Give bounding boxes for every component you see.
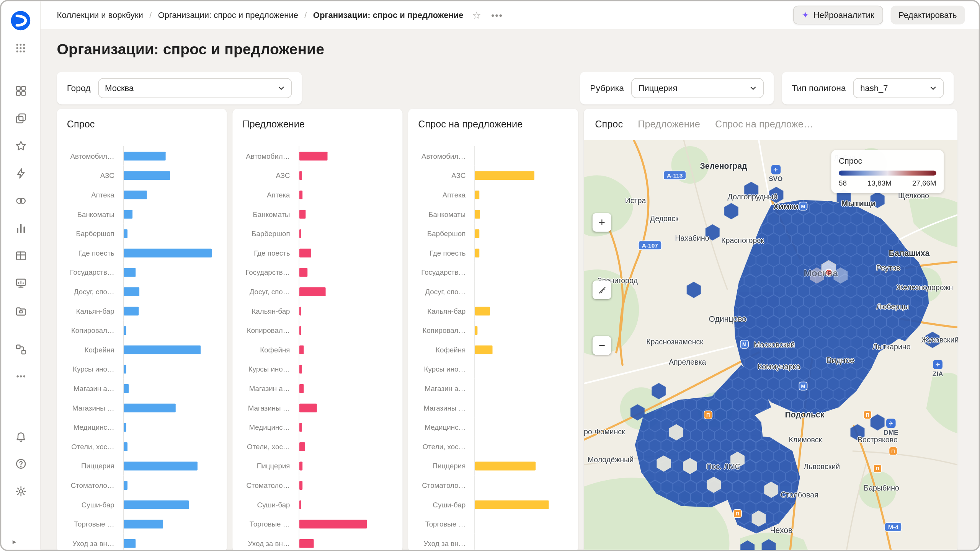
breadcrumb-workbook[interactable]: Организации: спрос и предложение bbox=[158, 10, 298, 20]
bar[interactable] bbox=[475, 326, 478, 334]
bar[interactable] bbox=[124, 306, 139, 315]
notifications-icon[interactable] bbox=[12, 428, 29, 445]
bar[interactable] bbox=[124, 442, 127, 451]
bar[interactable] bbox=[299, 442, 305, 451]
bar[interactable] bbox=[299, 539, 314, 548]
bar[interactable] bbox=[299, 210, 305, 218]
bar[interactable] bbox=[299, 384, 304, 393]
bar-chart-supply: Автомобил…АЗСАптекаБанкоматыБарбершопГде… bbox=[242, 146, 392, 551]
storage-icon[interactable] bbox=[12, 302, 29, 320]
bar[interactable] bbox=[124, 403, 176, 412]
bar[interactable] bbox=[124, 152, 165, 160]
bar[interactable] bbox=[124, 539, 136, 548]
bar[interactable] bbox=[299, 422, 302, 431]
bar[interactable] bbox=[124, 210, 132, 218]
city-select[interactable]: Москва bbox=[98, 78, 292, 98]
bar[interactable] bbox=[124, 171, 170, 180]
bar[interactable] bbox=[124, 268, 136, 277]
bar[interactable] bbox=[299, 345, 304, 354]
map-tab-ratio[interactable]: Спрос на предложе… bbox=[715, 119, 813, 130]
bar[interactable] bbox=[299, 500, 301, 509]
bar[interactable] bbox=[124, 422, 126, 431]
zoom-in-button[interactable]: + bbox=[593, 213, 611, 232]
chart-row: Магазины … bbox=[67, 398, 217, 417]
collapse-panel-icon[interactable]: ▸ bbox=[1, 537, 16, 546]
bar[interactable] bbox=[299, 152, 327, 160]
neuroanalyst-button[interactable]: ✦ Нейроаналитик bbox=[793, 6, 883, 24]
bar[interactable] bbox=[299, 248, 311, 257]
bar[interactable] bbox=[475, 461, 536, 470]
chart-row: Медицинс… bbox=[242, 417, 392, 437]
more-sidebar-icon[interactable] bbox=[12, 367, 29, 385]
bar[interactable] bbox=[124, 229, 127, 238]
bar[interactable] bbox=[124, 326, 126, 334]
bar[interactable] bbox=[124, 365, 126, 373]
bar[interactable] bbox=[475, 500, 549, 509]
connections-icon[interactable] bbox=[12, 341, 29, 358]
map-tab-supply[interactable]: Предложение bbox=[638, 119, 700, 130]
settings-icon[interactable] bbox=[12, 482, 29, 500]
bar[interactable] bbox=[124, 520, 163, 528]
bar[interactable] bbox=[475, 171, 534, 180]
bar[interactable] bbox=[124, 384, 129, 393]
datalens-logo-icon[interactable] bbox=[10, 10, 31, 31]
bar[interactable] bbox=[475, 190, 479, 199]
bar[interactable] bbox=[124, 190, 147, 199]
bar[interactable] bbox=[299, 481, 302, 489]
bar[interactable] bbox=[299, 365, 302, 373]
tables-icon[interactable] bbox=[12, 247, 29, 264]
bar[interactable] bbox=[299, 171, 302, 180]
category-label: Автомобил… bbox=[418, 152, 466, 160]
charts-icon[interactable] bbox=[12, 219, 29, 237]
bar[interactable] bbox=[299, 268, 307, 277]
bar[interactable] bbox=[475, 210, 480, 218]
category-label: Кальян-бар bbox=[242, 307, 290, 315]
category-label: Аптека bbox=[242, 191, 290, 199]
map-canvas[interactable]: ЛобняЗеленоградДолгопрудныйХимкиМытищиЩе… bbox=[584, 140, 957, 551]
category-label: Автомобил… bbox=[67, 152, 114, 160]
collections-icon[interactable] bbox=[12, 109, 29, 127]
bar[interactable] bbox=[124, 287, 139, 296]
breadcrumb-collections[interactable]: Коллекции и воркбуки bbox=[57, 10, 143, 20]
category-label: Кофейня bbox=[418, 346, 466, 354]
favorite-star-icon[interactable]: ☆ bbox=[472, 9, 481, 21]
bar[interactable] bbox=[124, 248, 212, 257]
presentations-icon[interactable] bbox=[12, 274, 29, 292]
bar[interactable] bbox=[124, 345, 201, 354]
bar[interactable] bbox=[124, 481, 127, 489]
more-actions-icon[interactable]: ••• bbox=[491, 10, 503, 20]
bar[interactable] bbox=[299, 287, 326, 296]
bar[interactable] bbox=[124, 500, 189, 509]
breadcrumb-current[interactable]: Организации: спрос и предложение bbox=[313, 10, 464, 20]
edit-button[interactable]: Редактировать bbox=[890, 6, 965, 24]
category-label: Пиццерия bbox=[67, 462, 114, 469]
bar[interactable] bbox=[299, 326, 301, 334]
bar[interactable] bbox=[299, 190, 302, 199]
map-tab-demand[interactable]: Спрос bbox=[595, 119, 623, 130]
services-icon[interactable] bbox=[12, 192, 29, 209]
ruler-button[interactable] bbox=[593, 280, 611, 299]
quick-actions-icon[interactable] bbox=[12, 164, 29, 182]
neuroanalyst-label: Нейроаналитик bbox=[813, 10, 874, 20]
chart-row: Кофейня bbox=[242, 340, 392, 359]
bar[interactable] bbox=[475, 306, 490, 315]
bar[interactable] bbox=[475, 229, 479, 238]
help-icon[interactable] bbox=[12, 455, 29, 473]
rubric-select[interactable]: Пиццерия bbox=[632, 78, 764, 98]
bar[interactable] bbox=[475, 248, 479, 257]
bar[interactable] bbox=[299, 229, 301, 238]
bar[interactable] bbox=[299, 403, 317, 412]
bar[interactable] bbox=[124, 461, 198, 470]
bar[interactable] bbox=[475, 345, 493, 354]
favorites-icon[interactable] bbox=[12, 137, 29, 155]
apps-grid-icon[interactable] bbox=[12, 39, 29, 57]
category-label: Пиццерия bbox=[418, 462, 466, 469]
category-label: Магазины … bbox=[67, 404, 114, 412]
chart-row: Копировал… bbox=[242, 321, 392, 340]
polygon-select[interactable]: hash_7 bbox=[853, 78, 944, 98]
bar[interactable] bbox=[299, 461, 302, 470]
dashboards-icon[interactable] bbox=[12, 82, 29, 99]
bar[interactable] bbox=[299, 520, 367, 528]
zoom-out-button[interactable]: − bbox=[593, 336, 611, 355]
bar[interactable] bbox=[299, 306, 301, 315]
